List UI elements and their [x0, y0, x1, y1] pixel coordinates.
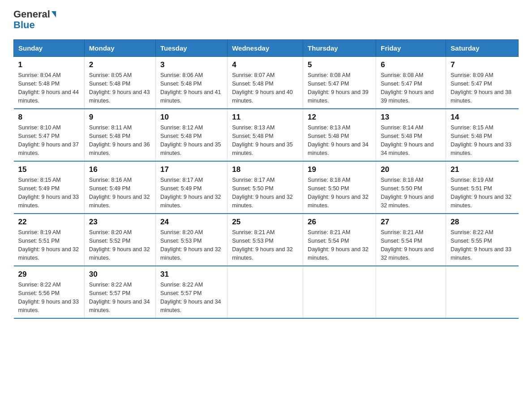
day-info: Sunrise: 8:11 AMSunset: 5:48 PMDaylight:…	[89, 124, 151, 157]
calendar-cell	[446, 266, 519, 318]
weekday-header-wednesday: Wednesday	[227, 40, 303, 57]
calendar-cell: 21Sunrise: 8:19 AMSunset: 5:51 PMDayligh…	[446, 161, 519, 214]
day-info: Sunrise: 8:22 AMSunset: 5:56 PMDaylight:…	[18, 281, 80, 314]
calendar-cell	[227, 266, 303, 318]
calendar-cell: 24Sunrise: 8:20 AMSunset: 5:53 PMDayligh…	[155, 214, 227, 266]
calendar-cell: 11Sunrise: 8:13 AMSunset: 5:48 PMDayligh…	[227, 109, 303, 161]
day-number: 15	[18, 165, 80, 174]
day-info: Sunrise: 8:15 AMSunset: 5:48 PMDaylight:…	[450, 124, 514, 157]
day-number: 20	[381, 165, 441, 174]
day-info: Sunrise: 8:06 AMSunset: 5:48 PMDaylight:…	[160, 71, 223, 105]
weekday-header-monday: Monday	[84, 40, 155, 57]
day-number: 5	[308, 60, 371, 69]
day-info: Sunrise: 8:05 AMSunset: 5:48 PMDaylight:…	[89, 71, 151, 105]
day-number: 22	[18, 218, 80, 227]
day-info: Sunrise: 8:19 AMSunset: 5:51 PMDaylight:…	[18, 228, 80, 262]
calendar-cell: 25Sunrise: 8:21 AMSunset: 5:53 PMDayligh…	[227, 214, 303, 266]
day-info: Sunrise: 8:20 AMSunset: 5:52 PMDaylight:…	[89, 228, 151, 262]
logo-general: General	[13, 9, 50, 20]
day-number: 18	[232, 165, 298, 174]
day-info: Sunrise: 8:08 AMSunset: 5:47 PMDaylight:…	[381, 71, 441, 105]
logo-triangle-icon	[51, 11, 56, 17]
calendar-cell: 28Sunrise: 8:22 AMSunset: 5:55 PMDayligh…	[446, 214, 519, 266]
weekday-header-sunday: Sunday	[14, 40, 85, 57]
day-info: Sunrise: 8:22 AMSunset: 5:57 PMDaylight:…	[89, 281, 151, 314]
calendar-cell: 29Sunrise: 8:22 AMSunset: 5:56 PMDayligh…	[14, 266, 85, 318]
day-number: 13	[381, 113, 441, 122]
day-info: Sunrise: 8:21 AMSunset: 5:54 PMDaylight:…	[308, 228, 371, 262]
day-number: 9	[89, 113, 151, 122]
day-number: 7	[450, 60, 514, 69]
day-number: 1	[18, 60, 80, 69]
day-number: 16	[89, 165, 151, 174]
calendar-cell: 19Sunrise: 8:18 AMSunset: 5:50 PMDayligh…	[303, 161, 376, 214]
calendar-cell: 6Sunrise: 8:08 AMSunset: 5:47 PMDaylight…	[376, 57, 446, 109]
calendar-week-row: 29Sunrise: 8:22 AMSunset: 5:56 PMDayligh…	[14, 266, 519, 318]
day-number: 10	[160, 113, 223, 122]
day-info: Sunrise: 8:10 AMSunset: 5:47 PMDaylight:…	[18, 124, 80, 157]
day-info: Sunrise: 8:21 AMSunset: 5:54 PMDaylight:…	[381, 228, 441, 262]
day-number: 25	[232, 218, 298, 227]
weekday-header-row: SundayMondayTuesdayWednesdayThursdayFrid…	[14, 40, 519, 57]
day-info: Sunrise: 8:16 AMSunset: 5:49 PMDaylight:…	[89, 176, 151, 210]
calendar-cell: 4Sunrise: 8:07 AMSunset: 5:48 PMDaylight…	[227, 57, 303, 109]
day-number: 29	[18, 270, 80, 279]
calendar-table: SundayMondayTuesdayWednesdayThursdayFrid…	[13, 39, 519, 319]
day-number: 27	[381, 218, 441, 227]
calendar-cell: 23Sunrise: 8:20 AMSunset: 5:52 PMDayligh…	[84, 214, 155, 266]
calendar-week-row: 8Sunrise: 8:10 AMSunset: 5:47 PMDaylight…	[14, 109, 519, 161]
day-info: Sunrise: 8:14 AMSunset: 5:48 PMDaylight:…	[381, 124, 441, 157]
day-number: 2	[89, 60, 151, 69]
weekday-header-saturday: Saturday	[446, 40, 519, 57]
weekday-header-tuesday: Tuesday	[155, 40, 227, 57]
calendar-cell: 13Sunrise: 8:14 AMSunset: 5:48 PMDayligh…	[376, 109, 446, 161]
day-info: Sunrise: 8:12 AMSunset: 5:48 PMDaylight:…	[160, 124, 223, 157]
day-number: 24	[160, 218, 223, 227]
day-info: Sunrise: 8:18 AMSunset: 5:50 PMDaylight:…	[381, 176, 441, 210]
calendar-cell: 1Sunrise: 8:04 AMSunset: 5:48 PMDaylight…	[14, 57, 85, 109]
day-number: 6	[381, 60, 441, 69]
logo-blue: Blue	[13, 20, 56, 30]
calendar-cell: 26Sunrise: 8:21 AMSunset: 5:54 PMDayligh…	[303, 214, 376, 266]
day-info: Sunrise: 8:04 AMSunset: 5:48 PMDaylight:…	[18, 71, 80, 105]
day-number: 21	[450, 165, 514, 174]
calendar-cell: 16Sunrise: 8:16 AMSunset: 5:49 PMDayligh…	[84, 161, 155, 214]
day-info: Sunrise: 8:15 AMSunset: 5:49 PMDaylight:…	[18, 176, 80, 210]
day-info: Sunrise: 8:19 AMSunset: 5:51 PMDaylight:…	[450, 176, 514, 210]
calendar-week-row: 1Sunrise: 8:04 AMSunset: 5:48 PMDaylight…	[14, 57, 519, 109]
calendar-cell: 14Sunrise: 8:15 AMSunset: 5:48 PMDayligh…	[446, 109, 519, 161]
calendar-cell: 18Sunrise: 8:17 AMSunset: 5:50 PMDayligh…	[227, 161, 303, 214]
day-number: 31	[160, 270, 223, 279]
day-info: Sunrise: 8:17 AMSunset: 5:50 PMDaylight:…	[232, 176, 298, 210]
day-number: 14	[450, 113, 514, 122]
calendar-cell: 9Sunrise: 8:11 AMSunset: 5:48 PMDaylight…	[84, 109, 155, 161]
calendar-cell: 17Sunrise: 8:17 AMSunset: 5:49 PMDayligh…	[155, 161, 227, 214]
day-number: 28	[450, 218, 514, 227]
calendar-cell	[303, 266, 376, 318]
calendar-cell: 12Sunrise: 8:13 AMSunset: 5:48 PMDayligh…	[303, 109, 376, 161]
day-info: Sunrise: 8:22 AMSunset: 5:57 PMDaylight:…	[160, 281, 223, 314]
calendar-cell: 30Sunrise: 8:22 AMSunset: 5:57 PMDayligh…	[84, 266, 155, 318]
calendar-cell	[376, 266, 446, 318]
calendar-cell: 22Sunrise: 8:19 AMSunset: 5:51 PMDayligh…	[14, 214, 85, 266]
day-info: Sunrise: 8:20 AMSunset: 5:53 PMDaylight:…	[160, 228, 223, 262]
day-number: 3	[160, 60, 223, 69]
calendar-week-row: 15Sunrise: 8:15 AMSunset: 5:49 PMDayligh…	[14, 161, 519, 214]
calendar-cell: 15Sunrise: 8:15 AMSunset: 5:49 PMDayligh…	[14, 161, 85, 214]
calendar-cell: 8Sunrise: 8:10 AMSunset: 5:47 PMDaylight…	[14, 109, 85, 161]
day-info: Sunrise: 8:13 AMSunset: 5:48 PMDaylight:…	[232, 124, 298, 157]
calendar-cell: 27Sunrise: 8:21 AMSunset: 5:54 PMDayligh…	[376, 214, 446, 266]
day-info: Sunrise: 8:18 AMSunset: 5:50 PMDaylight:…	[308, 176, 371, 210]
page-header: General Blue	[13, 9, 519, 30]
weekday-header-thursday: Thursday	[303, 40, 376, 57]
day-info: Sunrise: 8:13 AMSunset: 5:48 PMDaylight:…	[308, 124, 371, 157]
calendar-cell: 5Sunrise: 8:08 AMSunset: 5:47 PMDaylight…	[303, 57, 376, 109]
day-number: 4	[232, 60, 298, 69]
logo: General Blue	[13, 9, 56, 30]
calendar-cell: 2Sunrise: 8:05 AMSunset: 5:48 PMDaylight…	[84, 57, 155, 109]
day-number: 30	[89, 270, 151, 279]
day-info: Sunrise: 8:09 AMSunset: 5:47 PMDaylight:…	[450, 71, 514, 105]
day-info: Sunrise: 8:22 AMSunset: 5:55 PMDaylight:…	[450, 228, 514, 262]
day-number: 26	[308, 218, 371, 227]
day-info: Sunrise: 8:08 AMSunset: 5:47 PMDaylight:…	[308, 71, 371, 105]
